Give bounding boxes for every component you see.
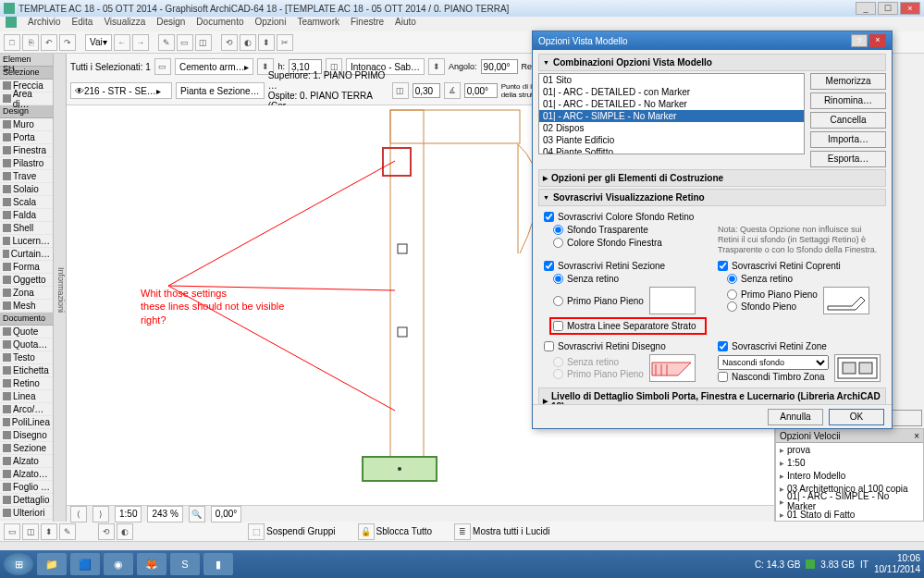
zone-bg-select[interactable]: Nascondi sfondo	[718, 355, 829, 370]
angle2-input[interactable]	[464, 83, 498, 98]
list-item[interactable]: 01 Sito	[539, 74, 804, 86]
dialog-section-construction[interactable]: Opzioni per gli Elementi di Costruzione	[538, 169, 886, 187]
toolbox-section[interactable]: Selezione	[0, 67, 53, 80]
zoom-btn[interactable]: 🔍	[189, 506, 205, 523]
layers-label[interactable]: Mostra tutti i Lucidi	[473, 526, 549, 536]
zoom-dropdown[interactable]: 243 %	[147, 506, 182, 523]
toolbar-btn[interactable]: →	[132, 34, 149, 51]
toolbar-btn[interactable]: □	[4, 34, 20, 51]
taskbar-skype[interactable]: S	[170, 553, 200, 575]
start-button[interactable]: ⊞	[4, 553, 33, 575]
tool-label[interactable]: Etichetta	[0, 364, 53, 377]
tool-zone[interactable]: Zona	[0, 287, 53, 300]
tb-btn[interactable]: ◫	[22, 523, 39, 540]
tool-door[interactable]: Porta	[0, 131, 53, 144]
nav-btn[interactable]: ⟨	[70, 506, 87, 523]
opt-btn[interactable]: ◫	[392, 82, 409, 99]
angle-input[interactable]	[481, 59, 518, 74]
dialog-titlebar[interactable]: Opzioni Vista Modello ? ×	[533, 31, 892, 50]
tool-icon[interactable]: ▭	[154, 58, 171, 75]
show-separator-lines-check-highlighted[interactable]: Mostra Linee Separatore Strato	[549, 317, 707, 335]
tool-section[interactable]: Sezione	[0, 442, 53, 455]
toolbar-btn[interactable]: ◫	[195, 34, 212, 51]
tool-mesh[interactable]: Mesh	[0, 300, 53, 313]
tool-drawing[interactable]: Disegno	[0, 429, 53, 442]
tool-dimension[interactable]: Quote	[0, 326, 53, 338]
dialog-section-combinations[interactable]: Combinazioni Opzioni Vista Modello	[538, 54, 886, 71]
override-cover-fills-check[interactable]: Sovrascrivi Retini Coprenti	[718, 261, 881, 271]
no-fill-radio[interactable]: Senza retino	[553, 274, 707, 284]
window-bg-radio[interactable]: Colore Sfondo Finestra	[553, 238, 707, 248]
override-draft-fills-check[interactable]: Sovrascrivi Retini Disegno	[544, 341, 707, 351]
dialog-section-detail[interactable]: Livello di Dettaglio Simboli Porta, Fine…	[538, 387, 886, 404]
toolbox-section[interactable]: Documento	[0, 313, 53, 326]
menu-item[interactable]: Aiuto	[395, 17, 416, 31]
menu-item[interactable]: Teamwork	[297, 17, 339, 31]
mvo-list[interactable]: 01 Sito 01| - ARC - DETAILED - con Marke…	[538, 73, 805, 154]
solid-fg-radio[interactable]: Primo Piano Pieno	[727, 289, 818, 300]
opt-btn[interactable]: ∡	[444, 82, 461, 99]
tool-column[interactable]: Pilastro	[0, 157, 53, 170]
tb-btn[interactable]: ▭	[4, 523, 20, 540]
tool-more[interactable]: Ulteriori	[0, 507, 53, 520]
nav-btn[interactable]: ⟩	[92, 506, 109, 523]
tool-fill[interactable]: Retino	[0, 377, 53, 390]
override-bg-color-check[interactable]: Sovrascrivi Colore Sfondo Retino	[544, 212, 881, 222]
dialog-close[interactable]: ×	[869, 34, 886, 47]
windows-taskbar[interactable]: ⊞ 📁 🟦 ◉ 🦊 S ▮ C: 14.3 GB 3.83 GB IT 10:0…	[0, 550, 924, 578]
tool-arc[interactable]: Arco/…	[0, 403, 53, 416]
toolbar-btn[interactable]: ⎘	[22, 34, 39, 51]
tool-elevation[interactable]: Alzato	[0, 455, 53, 468]
qo-item[interactable]: 1:50	[776, 456, 923, 469]
tool-curtain[interactable]: Curtain…	[0, 248, 53, 261]
unlock-label[interactable]: Sblocca Tutto	[376, 526, 433, 536]
toolbar-btn[interactable]: ✎	[158, 34, 175, 51]
tool-skylight[interactable]: Lucern…	[0, 235, 53, 248]
tb-btn[interactable]: ⟲	[98, 523, 115, 540]
import-button[interactable]: Importa…	[810, 131, 886, 148]
store-as-button[interactable]: Memorizza come…	[810, 73, 886, 90]
scale-dropdown[interactable]: 1:50	[115, 506, 142, 523]
layer-dropdown[interactable]: 👁 216 - STR - SE… ▸	[70, 82, 172, 99]
menu-item[interactable]: Archivio	[28, 17, 61, 31]
solid-bg-radio[interactable]: Sfondo Pieno	[727, 301, 818, 312]
delete-button[interactable]: Cancella	[810, 112, 886, 129]
tool-marquee[interactable]: Area di…	[0, 92, 53, 105]
toolbar-btn[interactable]: ↶	[41, 34, 57, 51]
qo-item[interactable]: 01| - ARC - SIMPLE - No Marker	[776, 495, 923, 508]
toolbar-btn[interactable]: ⬍	[258, 34, 275, 51]
menu-item[interactable]: Documento	[196, 17, 243, 31]
tool-level-dim[interactable]: Quota…	[0, 338, 53, 351]
taskbar-app[interactable]: 🟦	[70, 553, 100, 575]
info-tab[interactable]: Informazioni	[54, 54, 67, 522]
rename-button[interactable]: Rinomina…	[810, 92, 886, 109]
list-item[interactable]: 03 Piante Edificio	[539, 134, 804, 146]
tool-text[interactable]: Testo	[0, 351, 53, 364]
menu-item[interactable]: Visualizza	[104, 17, 145, 31]
suspend-groups-label[interactable]: Sospendi Gruppi	[266, 526, 336, 536]
unlock-icon[interactable]: 🔓	[358, 523, 375, 540]
export-button[interactable]: Esporta…	[810, 151, 886, 167]
override-zone-fills-check[interactable]: Sovrascrivi Retini Zone	[718, 341, 881, 351]
list-item[interactable]: 01| - ARC - DETAILED - No Marker	[539, 98, 804, 110]
tool-shell[interactable]: Shell	[0, 222, 53, 235]
mat-dropdown[interactable]: Cemento arm… ▸	[175, 58, 254, 75]
tool-morph[interactable]: Forma	[0, 261, 53, 274]
toolbar-btn[interactable]: ←	[114, 34, 130, 51]
dialog-section-fill[interactable]: Sovrascrivi Visualizzazione Retino	[538, 189, 886, 206]
list-item[interactable]: 04 Piante Soffitto	[539, 146, 804, 154]
toolbar-btn[interactable]: ↷	[59, 34, 76, 51]
geom-button[interactable]: Pianta e Sezione…	[176, 82, 265, 99]
list-item[interactable]: 01| - ARC - DETAILED - con Marker	[539, 86, 804, 98]
tool-polyline[interactable]: PoliLinea	[0, 416, 53, 429]
tray-lang[interactable]: IT	[860, 560, 869, 570]
list-item-selected[interactable]: 01| - ARC - SIMPLE - No Marker	[539, 110, 804, 122]
opt-btn[interactable]: ⬍	[428, 58, 445, 75]
toolbar-btn[interactable]: ⟲	[221, 34, 238, 51]
menu-item[interactable]: Opzioni	[255, 17, 287, 31]
dialog-help[interactable]: ?	[851, 34, 868, 47]
window-maximize[interactable]: ☐	[878, 2, 898, 15]
taskbar-explorer[interactable]: 📁	[37, 553, 67, 575]
vai-dropdown[interactable]: Vai ▾	[85, 34, 112, 51]
tool-roof[interactable]: Falda	[0, 209, 53, 222]
